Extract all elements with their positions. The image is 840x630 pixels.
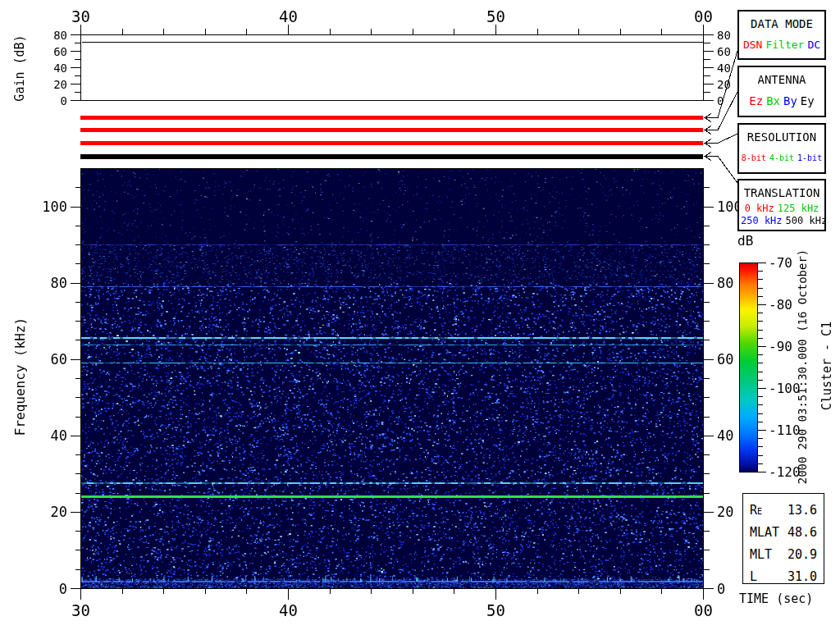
tick-label: 0 xyxy=(717,581,725,597)
ephemeris-row-label: L xyxy=(750,566,757,588)
tick-label: 0 xyxy=(61,94,67,107)
ephemeris-row: MLAT 48.6 xyxy=(743,522,824,544)
legend-item: 125 kHz xyxy=(778,203,819,214)
status-bar-data-mode xyxy=(80,116,703,120)
tick-label: 30 xyxy=(71,601,90,619)
time-axis-label: TIME (sec) xyxy=(739,591,813,606)
gain-axis-label: Gain (dB) xyxy=(12,34,27,101)
tick-label: 20 xyxy=(717,78,731,91)
tick-label: 20 xyxy=(717,504,733,520)
ephemeris-row-label: MLT xyxy=(750,544,772,566)
resolution-panel-title: RESOLUTION xyxy=(739,130,824,144)
antenna-values: EzBxByEy xyxy=(739,94,824,107)
tick-label: 20 xyxy=(51,504,67,520)
plot-border xyxy=(81,35,704,101)
translation-row: 0 kHz125 kHz xyxy=(739,203,824,215)
legend-item: 1-bit xyxy=(797,153,822,162)
legend-item: 0 kHz xyxy=(745,203,774,214)
resolution-values: 8-bit4-bit1-bit xyxy=(739,153,824,162)
ephemeris-row-value: 48.6 xyxy=(788,522,817,544)
resolution-panel: RESOLUTION 8-bit4-bit1-bit xyxy=(737,123,826,174)
callout-arrow xyxy=(705,92,737,130)
legend-item: 250 kHz xyxy=(741,215,783,226)
legend-item: DC xyxy=(807,39,820,51)
tick-label: 00 xyxy=(694,7,713,25)
callout-arrow xyxy=(705,157,737,184)
tick-label: -90 xyxy=(769,339,792,354)
legend-item: 4-bit xyxy=(769,153,794,162)
tick-label: 40 xyxy=(279,7,298,25)
data-mode-values: DSNFilterDC xyxy=(739,39,824,51)
ephemeris-row: RE 13.6 xyxy=(743,500,824,522)
tick-label: 60 xyxy=(53,45,67,58)
spectrogram-canvas xyxy=(80,168,703,588)
ephemeris-row-value: 13.6 xyxy=(788,500,817,522)
ephemeris-row: L 31.0 xyxy=(743,566,824,588)
legend-item: 8-bit xyxy=(742,153,766,162)
tick-label: -70 xyxy=(769,255,792,271)
ephemeris-panel: RE 13.6 MLAT 48.6 MLT 20.9 L 31.0 xyxy=(742,493,824,584)
tick-label: 100 xyxy=(42,199,67,215)
legend-item: 500 kHz xyxy=(786,215,828,226)
tick-label: 60 xyxy=(717,45,731,58)
data-mode-panel-title: DATA MODE xyxy=(739,17,824,30)
status-bar-resolution xyxy=(80,141,703,145)
legend-item: By xyxy=(783,94,797,107)
colorbar-gradient xyxy=(740,263,757,472)
callout-arrow xyxy=(705,126,711,135)
data-mode-panel: DATA MODE DSNFilterDC xyxy=(737,10,826,60)
status-bar-translation xyxy=(80,154,703,159)
legend-item: Ey xyxy=(801,94,815,107)
tick-label: 80 xyxy=(51,275,67,291)
legend-item: DSN xyxy=(743,39,762,51)
tick-label: 40 xyxy=(279,601,298,619)
tick-label: 20 xyxy=(53,78,67,91)
ephemeris-row-value: 31.0 xyxy=(788,566,817,588)
tick-label: 50 xyxy=(486,7,505,25)
callout-arrow xyxy=(705,153,711,161)
antenna-panel: ANTENNA EzBxByEy xyxy=(737,66,826,117)
ephemeris-row-label: MLAT xyxy=(750,522,779,544)
antenna-panel-title: ANTENNA xyxy=(739,73,824,86)
timestamp-label: 2000 290 03:51:30.000 (16 October) xyxy=(796,249,809,485)
spacecraft-label: Cluster - C1 xyxy=(819,322,834,410)
frequency-axis-label: Frequency (kHz) xyxy=(12,317,28,436)
tick-label: 00 xyxy=(694,601,713,619)
tick-label: -80 xyxy=(769,297,792,313)
tick-label: 40 xyxy=(717,427,733,444)
tick-label: 80 xyxy=(717,275,733,291)
callout-arrow xyxy=(705,114,711,122)
translation-panel: TRANSLATION 0 kHz125 kHz250 kHz500 kHz xyxy=(737,179,826,231)
translation-panel-title: TRANSLATION xyxy=(739,186,824,199)
colorbar-unit-label: dB xyxy=(737,233,753,249)
tick-label: 80 xyxy=(717,29,731,42)
tick-label: 40 xyxy=(53,62,67,75)
translation-values: 0 kHz125 kHz250 kHz500 kHz xyxy=(739,203,824,227)
tick-label: 60 xyxy=(717,351,733,368)
legend-item: Filter xyxy=(765,39,804,51)
ephemeris-row: MLT 20.9 xyxy=(743,544,824,566)
callout-arrow xyxy=(705,51,737,118)
tick-label: 0 xyxy=(717,94,724,107)
legend-item: Bx xyxy=(766,94,780,107)
ephemeris-row-label: RE xyxy=(750,500,762,522)
legend-item: Ez xyxy=(749,94,763,107)
ephemeris-row-value: 20.9 xyxy=(788,544,817,566)
tick-label: 40 xyxy=(51,427,67,444)
tick-label: 50 xyxy=(486,601,505,619)
callout-arrow xyxy=(705,134,737,144)
tick-label: 60 xyxy=(51,351,67,368)
tick-label: 80 xyxy=(53,29,67,42)
translation-row: 250 kHz500 kHz xyxy=(739,215,824,227)
status-bar-antenna xyxy=(80,128,703,132)
wbd-spectrogram-display: 3030404050500000002020404060608080002020… xyxy=(0,0,840,630)
callout-arrow xyxy=(705,139,711,148)
tick-label: 0 xyxy=(59,581,67,597)
tick-label: 30 xyxy=(71,7,90,25)
tick-label: 40 xyxy=(717,62,731,75)
